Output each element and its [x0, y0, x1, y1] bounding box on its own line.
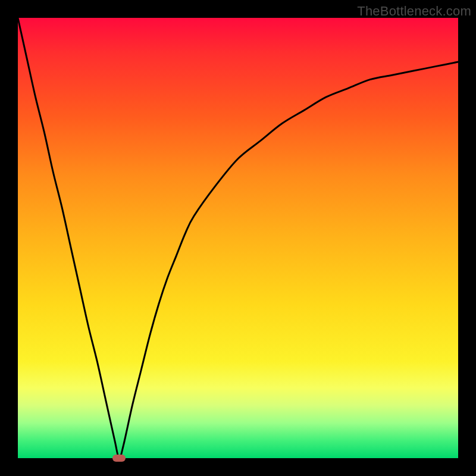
- bottleneck-curve: [18, 18, 458, 458]
- plot-area: [18, 18, 458, 458]
- chart-frame: TheBottleneck.com: [0, 0, 476, 476]
- watermark-text: TheBottleneck.com: [357, 4, 471, 19]
- minimum-marker: [112, 455, 126, 462]
